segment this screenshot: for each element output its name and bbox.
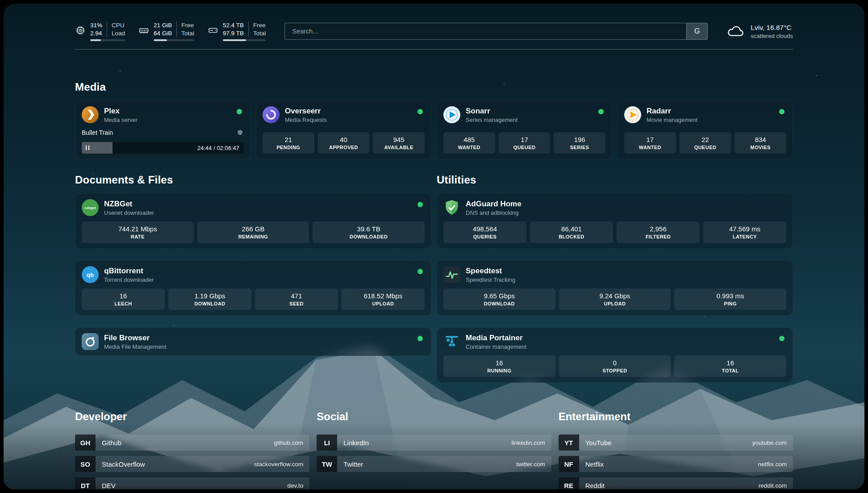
status-dot [417,336,423,341]
section-social: Social LI LinkedIn linkedin.com TW Twitt… [317,410,551,489]
app-card-qbittorrent[interactable]: qb qBittorrent Torrent downloader 16LEEC… [75,260,431,316]
dashboard-screen: 31% 2.94 CPU Load [4,4,864,489]
bookmark-github[interactable]: GH Github github.com [75,435,309,451]
storage-widget: 52.4 TB 97.9 TB Free Total [208,21,266,41]
stat-rate: 744.21 MbpsRATE [82,221,194,243]
section-documents: Documents & Files nzbget NZBGet Usenet d… [75,174,431,383]
pause-icon[interactable] [86,146,89,150]
app-card-speedtest[interactable]: Speedtest Speedtest Tracking 9.65 GbpsDO… [437,260,793,316]
cpu-icon [75,25,86,36]
stat-downloaded: 39.6 TBDOWNLOADED [313,221,425,243]
svg-text:qb: qb [87,272,94,278]
bookmark-name: LinkedIn [337,435,511,451]
bookmark-url: netflix.com [758,456,793,472]
stat-running: 16RUNNING [443,355,555,377]
bookmark-dev[interactable]: DT DEV dev.to [75,477,309,489]
status-dot [417,269,423,274]
stat-approved: 40APPROVED [318,132,370,154]
stat-pending: 21PENDING [263,132,314,154]
stat-queries: 498,564QUERIES [443,221,526,243]
app-subtitle: DNS and adblocking [466,209,522,216]
app-subtitle: Media server [104,117,138,123]
bookmark-url: reddit.com [759,477,793,489]
memory-usage-bar [154,39,194,41]
stat-seed: 471SEED [255,288,338,310]
cpu-widget: 31% 2.94 CPU Load [75,21,125,41]
section-title-social: Social [317,410,551,423]
section-title-developer: Developer [75,410,309,423]
stat-blocked: 86,401BLOCKED [530,221,613,243]
app-card-plex[interactable]: Plex Media server Bullet Train [75,100,250,159]
ram-icon [138,25,149,36]
app-subtitle: Media Requests [285,117,327,123]
playback-progress-bar[interactable]: 24:44 / 02:06:47 [82,142,244,154]
bookmark-url: stackoverflow.com [254,456,309,472]
bookmark-stackoverflow[interactable]: SO StackOverflow stackoverflow.com [75,456,309,472]
bookmark-abbr: TW [317,456,337,472]
section-entertainment: Entertainment YT YouTube youtube.com NF … [559,410,793,489]
cpu-label-1: CPU [112,21,125,29]
stat-latency: 47.569 msLATENCY [703,221,786,243]
filebrowser-icon [82,333,99,350]
status-dot [779,336,785,341]
bookmark-abbr: YT [559,435,579,451]
app-card-nzbget[interactable]: nzbget NZBGet Usenet downloader 744.21 M… [75,193,431,249]
app-card-overseerr[interactable]: Overseerr Media Requests 21PENDING 40APP… [256,100,431,159]
bookmark-name: YouTube [579,435,752,451]
weather-location: Lviv, 16.87°C [751,24,793,32]
app-subtitle: Speedtest Tracking [466,276,515,283]
app-card-radarr[interactable]: Radarr Movie management 17WANTED 22QUEUE… [618,100,793,159]
bookmark-netflix[interactable]: NF Netflix netflix.com [559,456,793,472]
app-name: qBittorrent [104,267,154,276]
cpu-usage-bar [90,39,125,41]
portainer-icon [443,333,460,350]
stat-movies: 834MOVIES [734,132,786,154]
stat-total: 16TOTAL [674,355,786,377]
bookmark-name: DEV [96,477,288,489]
adguard-icon [443,199,460,216]
section-title-utilities: Utilities [437,174,793,186]
stat-wanted: 485WANTED [443,132,495,154]
memory-total-label: Total [181,29,194,38]
stat-series: 196SERIES [554,132,605,154]
gear-icon[interactable] [236,129,244,136]
bookmark-reddit[interactable]: RE Reddit reddit.com [559,477,793,489]
bookmark-youtube[interactable]: YT YouTube youtube.com [559,435,793,451]
weather-condition: scattered clouds [751,33,793,39]
storage-total-label: Total [253,29,266,38]
nzbget-icon: nzbget [82,199,99,216]
app-name: Radarr [647,107,697,116]
app-subtitle: Container management [466,343,526,350]
app-name: AdGuard Home [466,200,522,209]
section-title-documents: Documents & Files [75,174,431,186]
status-dot [237,109,242,114]
app-name: Media Portainer [466,334,526,343]
section-utilities: Utilities [437,174,793,383]
app-card-portainer[interactable]: Media Portainer Container management 16R… [437,327,793,383]
app-card-adguard[interactable]: AdGuard Home DNS and adblocking 498,564Q… [437,193,793,249]
app-subtitle: Torrent downloader [104,276,154,283]
stat-download: 9.65 GbpsDOWNLOAD [443,288,555,310]
section-title-media: Media [75,81,793,93]
speedtest-icon [443,266,460,283]
bookmark-name: Reddit [579,477,759,489]
bookmark-twitter[interactable]: TW Twitter twitter.com [317,456,551,472]
status-dot [598,109,604,114]
search-engine-button[interactable]: G [686,23,708,40]
bookmark-name: Twitter [337,456,516,472]
header-divider [75,49,793,50]
bookmark-linkedin[interactable]: LI LinkedIn linkedin.com [317,435,551,451]
now-playing-title: Bullet Train [82,129,113,136]
app-card-sonarr[interactable]: Sonarr Series management 485WANTED 17QUE… [437,100,612,159]
bookmark-url: youtube.com [752,435,793,451]
search-input[interactable] [284,23,686,40]
stat-ping: 0.993 msPING [674,288,786,310]
stat-available: 945AVAILABLE [373,132,425,154]
weather-widget: Lviv, 16.87°C scattered clouds [726,24,793,39]
stat-filtered: 2,956FILTERED [617,221,700,243]
app-card-filebrowser[interactable]: File Browser Media File Management [75,327,431,356]
stat-upload: 9.24 GbpsUPLOAD [559,288,671,310]
cloud-icon [726,25,745,38]
bookmark-abbr: GH [75,435,96,451]
status-dot [417,109,423,114]
